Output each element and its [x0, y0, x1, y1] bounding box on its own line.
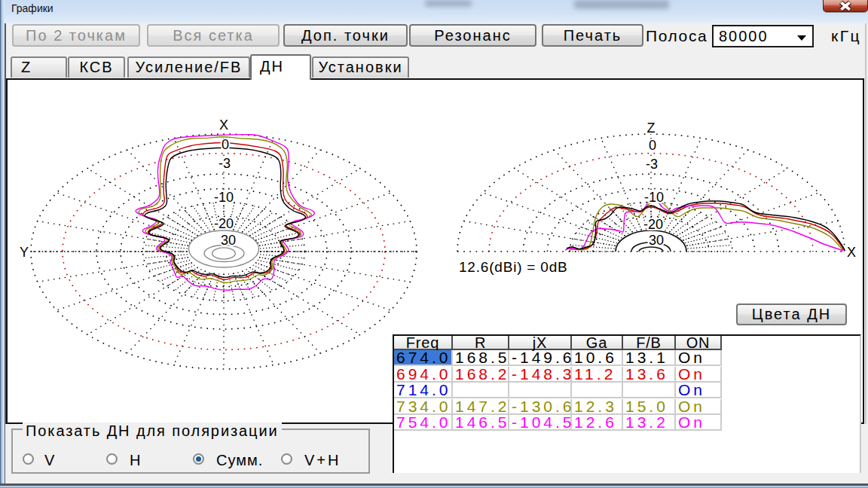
- svg-text:-10: -10: [214, 190, 234, 205]
- svg-text:0: 0: [222, 137, 229, 152]
- svg-text:30: 30: [221, 233, 236, 248]
- svg-text:-20: -20: [643, 217, 663, 232]
- svg-text:Y: Y: [20, 245, 29, 260]
- svg-text:-3: -3: [219, 156, 231, 171]
- svg-text:X: X: [847, 245, 856, 260]
- svg-text:-10: -10: [644, 190, 664, 205]
- svg-text:-3: -3: [646, 157, 658, 172]
- svg-text:-20: -20: [214, 216, 234, 231]
- svg-text:Z: Z: [647, 120, 656, 136]
- svg-text:0: 0: [649, 138, 656, 153]
- svg-text:X: X: [219, 117, 228, 133]
- svg-text:30: 30: [649, 233, 664, 248]
